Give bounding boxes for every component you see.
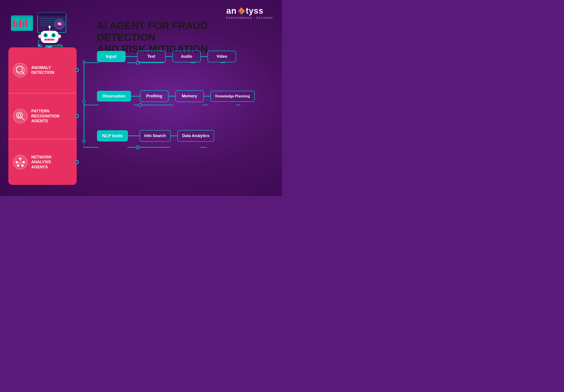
network-connector xyxy=(75,160,79,164)
svg-rect-13 xyxy=(19,19,21,27)
svg-rect-10 xyxy=(11,15,33,18)
svg-point-53 xyxy=(13,109,27,123)
info-search-node: Info Search xyxy=(139,130,171,142)
data-analytics-node: Data Analytics xyxy=(177,130,214,142)
input-line1 xyxy=(125,56,137,57)
svg-rect-24 xyxy=(41,31,58,43)
knowledge-planning-node: Knowledge Planning xyxy=(210,91,255,102)
pattern-label: PATTERNRECOGNITIONAGENTS xyxy=(31,109,59,124)
logo-subtitle: PERFORMANCE : RECODED xyxy=(226,16,273,19)
logo-diamond-icon xyxy=(237,6,246,16)
svg-point-36 xyxy=(57,35,61,38)
branch-dot-input xyxy=(83,60,85,63)
nlp-hub: NLP tools xyxy=(97,130,128,141)
anomaly-label: ANOMALYDETECTION xyxy=(31,65,54,75)
diagram-area: Input Text Audio Video Observation Profi… xyxy=(84,46,275,185)
network-label: NETWORKANALYSISAGENTS xyxy=(31,155,52,170)
input-hub: Input xyxy=(97,51,125,62)
branch-dot-nlp xyxy=(83,140,85,143)
observation-row: Observation Profiling Memory Knowledge P… xyxy=(97,90,255,102)
left-panel: ANOMALYDETECTION PATTERNRECOGNITIONAGENT… xyxy=(8,47,77,185)
memory-node: Memory xyxy=(175,90,204,102)
svg-point-62 xyxy=(18,117,19,118)
profiling-node: Profiling xyxy=(140,90,168,102)
input-row: Input Text Audio Video xyxy=(97,51,236,62)
svg-point-66 xyxy=(19,157,21,160)
pattern-icon xyxy=(13,109,28,124)
svg-rect-12 xyxy=(16,23,18,27)
text-node: Text xyxy=(137,51,166,62)
svg-point-56 xyxy=(18,114,19,115)
svg-point-35 xyxy=(38,35,42,38)
anomaly-icon xyxy=(13,63,28,78)
svg-rect-17 xyxy=(38,13,66,16)
svg-point-47 xyxy=(38,45,40,47)
video-node: Video xyxy=(207,51,236,62)
svg-point-59 xyxy=(18,115,19,116)
svg-rect-11 xyxy=(13,20,15,27)
svg-point-94 xyxy=(136,146,139,149)
svg-point-60 xyxy=(19,115,20,116)
nlp-row: NLP tools Info Search Data Analytics xyxy=(97,130,214,142)
network-icon xyxy=(13,155,28,170)
obs-line3 xyxy=(204,96,210,97)
pattern-connector xyxy=(75,114,79,118)
svg-point-26 xyxy=(44,34,47,37)
panel-section-network: NETWORKANALYSISAGENTS xyxy=(8,139,77,185)
obs-line2 xyxy=(168,96,175,97)
observation-hub: Observation xyxy=(97,91,131,102)
logo-area: an tyss PERFORMANCE : RECODED xyxy=(226,6,273,19)
svg-rect-14 xyxy=(23,22,24,27)
svg-point-52 xyxy=(21,69,22,70)
svg-point-28 xyxy=(52,34,55,37)
logo-text: an tyss xyxy=(226,6,273,16)
branch-dot-observation xyxy=(83,100,85,103)
svg-text:🧠: 🧠 xyxy=(57,22,62,27)
connector-lines-svg xyxy=(84,46,275,185)
panel-section-pattern: PATTERNRECOGNITIONAGENTS xyxy=(8,93,77,140)
nlp-line1 xyxy=(128,136,139,136)
svg-point-67 xyxy=(16,161,18,163)
anomaly-connector xyxy=(75,68,79,72)
svg-point-58 xyxy=(20,114,21,115)
nlp-line2 xyxy=(171,136,177,136)
audio-node: Audio xyxy=(172,51,201,62)
svg-point-34 xyxy=(48,26,51,28)
svg-rect-15 xyxy=(26,19,27,27)
svg-point-57 xyxy=(19,113,20,115)
obs-line1 xyxy=(131,96,140,97)
panel-section-anomaly: ANOMALYDETECTION xyxy=(8,47,77,93)
input-line2 xyxy=(166,56,172,57)
svg-point-68 xyxy=(23,161,25,163)
svg-point-61 xyxy=(20,115,21,116)
logo-prefix: an xyxy=(226,6,236,16)
input-line3 xyxy=(201,56,207,57)
logo-suffix: tyss xyxy=(246,6,263,16)
svg-point-48 xyxy=(13,63,27,77)
svg-point-64 xyxy=(20,117,21,118)
svg-point-63 xyxy=(19,117,20,118)
svg-point-89 xyxy=(139,103,142,107)
